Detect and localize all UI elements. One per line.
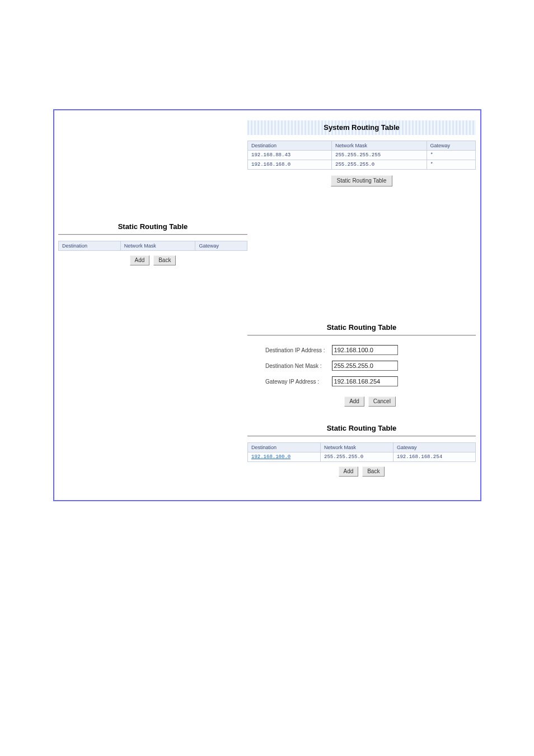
col-destination: Destination <box>59 241 121 251</box>
label-destination-ip: Destination IP Address : <box>265 343 331 357</box>
static-routing-empty-pane: Static Routing Table Destination Network… <box>58 222 247 265</box>
back-button[interactable]: Back <box>362 466 385 477</box>
col-gateway: Gateway <box>394 443 476 452</box>
divider <box>247 436 476 437</box>
content-frame: System Routing Table Destination Network… <box>53 109 481 501</box>
label-gateway-ip: Gateway IP Address : <box>265 374 331 389</box>
col-gateway: Gateway <box>195 241 247 251</box>
add-button[interactable]: Add <box>130 255 150 265</box>
col-destination: Destination <box>248 443 321 452</box>
system-routing-titlebar: System Routing Table <box>247 120 476 135</box>
col-destination: Destination <box>248 141 332 151</box>
cancel-button[interactable]: Cancel <box>368 396 396 407</box>
destination-ip-input[interactable] <box>332 345 398 355</box>
static-routing-form-pane: Static Routing Table Destination IP Addr… <box>247 323 476 407</box>
cell-mask: 255.255.255.0 <box>321 452 394 462</box>
static-routing-empty-title: Static Routing Table <box>58 222 247 231</box>
col-network-mask: Network Mask <box>120 241 195 251</box>
table-row: 192.168.88.43 255.255.255.255 * <box>248 151 476 160</box>
destination-mask-input[interactable] <box>332 361 398 371</box>
static-routing-empty-table: Destination Network Mask Gateway <box>58 241 247 251</box>
back-button[interactable]: Back <box>153 255 176 265</box>
static-routing-result-title: Static Routing Table <box>247 424 476 432</box>
static-routing-result-table: Destination Network Mask Gateway 192.168… <box>247 442 476 462</box>
label-destination-mask: Destination Net Mask : <box>265 358 331 373</box>
table-header-row: Destination Network Mask Gateway <box>248 443 476 452</box>
col-gateway: Gateway <box>427 141 476 151</box>
cell-gateway: * <box>427 151 476 160</box>
table-header-row: Destination Network Mask Gateway <box>59 241 247 251</box>
static-routing-result-pane: Static Routing Table Destination Network… <box>247 424 476 477</box>
table-header-row: Destination Network Mask Gateway <box>248 141 476 151</box>
static-routing-form: Destination IP Address : Destination Net… <box>264 342 399 390</box>
col-network-mask: Network Mask <box>321 443 394 452</box>
gateway-ip-input[interactable] <box>332 376 398 386</box>
static-routing-table-button[interactable]: Static Routing Table <box>331 175 393 186</box>
table-row: 192.168.168.0 255.255.255.0 * <box>248 160 476 170</box>
cell-mask: 255.255.255.0 <box>332 160 427 170</box>
cell-gateway: 192.168.168.254 <box>394 452 476 462</box>
system-routing-table: Destination Network Mask Gateway 192.168… <box>247 141 476 170</box>
system-routing-title: System Routing Table <box>324 123 400 132</box>
cell-destination-link[interactable]: 192.168.100.0 <box>248 452 321 462</box>
add-button[interactable]: Add <box>344 396 364 407</box>
add-button[interactable]: Add <box>339 466 359 477</box>
col-network-mask: Network Mask <box>332 141 427 151</box>
system-routing-pane: System Routing Table Destination Network… <box>247 120 476 186</box>
divider <box>247 335 476 336</box>
cell-destination: 192.168.168.0 <box>248 160 332 170</box>
table-row: 192.168.100.0 255.255.255.0 192.168.168.… <box>248 452 476 462</box>
cell-destination: 192.168.88.43 <box>248 151 332 160</box>
divider <box>58 234 247 235</box>
static-routing-form-title: Static Routing Table <box>247 323 476 332</box>
page: System Routing Table Destination Network… <box>0 0 534 756</box>
cell-gateway: * <box>427 160 476 170</box>
cell-mask: 255.255.255.255 <box>332 151 427 160</box>
